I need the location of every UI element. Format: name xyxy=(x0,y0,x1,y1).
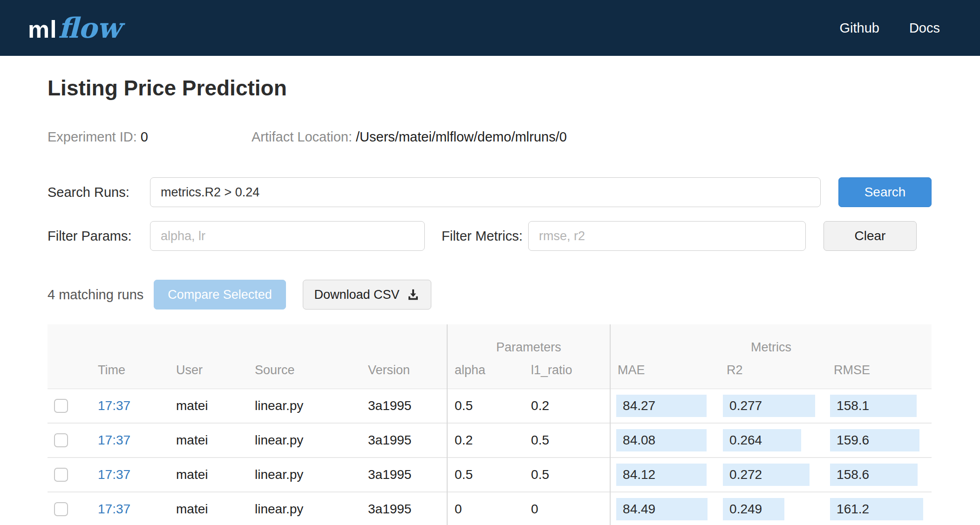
run-version: 3a1995 xyxy=(368,502,411,516)
experiment-content: Listing Price Prediction Experiment ID: … xyxy=(0,75,980,525)
filters-row: Filter Params: Filter Metrics: Clear xyxy=(48,221,932,251)
runs-table-body: 17:37mateilinear.py3a19950.50.284.270.27… xyxy=(48,389,932,525)
search-runs-label: Search Runs: xyxy=(48,185,150,200)
column-header-row: Time User Source Version alpha l1_ratio … xyxy=(48,358,932,389)
metric-r2-value: 0.272 xyxy=(723,464,810,486)
matching-runs-count: 4 matching runs xyxy=(48,287,154,303)
experiment-meta: Experiment ID: 0 Artifact Location: /Use… xyxy=(48,129,932,145)
metric-rmse-value: 159.6 xyxy=(830,429,919,451)
run-checkbox[interactable] xyxy=(54,433,68,447)
run-user: matei xyxy=(176,398,208,413)
artifact-location-label: Artifact Location: xyxy=(252,129,352,144)
column-header-l1-ratio: l1_ratio xyxy=(523,358,610,389)
metric-mae-value: 84.49 xyxy=(616,498,708,520)
column-header-mae: MAE xyxy=(610,358,717,389)
param-alpha-value: 0.5 xyxy=(455,467,473,482)
filter-metrics-label: Filter Metrics: xyxy=(425,229,528,244)
navbar-links: Github Docs xyxy=(839,20,940,36)
experiment-id-group: Experiment ID: 0 xyxy=(48,129,252,145)
param-l1-ratio-value: 0.2 xyxy=(531,398,549,413)
column-header-rmse: RMSE xyxy=(824,358,932,389)
param-l1-ratio-value: 0 xyxy=(531,502,538,516)
column-header-version: Version xyxy=(355,358,447,389)
run-source: linear.py xyxy=(255,502,303,516)
group-header-parameters: Parameters xyxy=(447,324,610,358)
run-source: linear.py xyxy=(255,433,303,447)
run-checkbox[interactable] xyxy=(54,502,68,516)
run-user: matei xyxy=(176,467,208,482)
run-checkbox[interactable] xyxy=(54,399,68,413)
runs-table-header: Parameters Metrics Time User Source Vers… xyxy=(48,324,932,389)
artifact-location-value: /Users/matei/mlflow/demo/mlruns/0 xyxy=(356,129,567,144)
metric-mae-value: 84.27 xyxy=(616,395,707,417)
run-time-link[interactable]: 17:37 xyxy=(98,398,130,413)
column-header-user: User xyxy=(169,358,252,389)
run-row: 17:37mateilinear.py3a19950.20.584.080.26… xyxy=(48,423,932,458)
clear-button[interactable]: Clear xyxy=(823,221,917,251)
column-header-source: Source xyxy=(252,358,355,389)
run-row: 17:37mateilinear.py3a19950.50.584.120.27… xyxy=(48,458,932,492)
mlflow-logo-flow: flow xyxy=(58,12,121,44)
mlflow-experiment-page: ml flow Github Docs Listing Price Predic… xyxy=(0,0,980,525)
run-version: 3a1995 xyxy=(368,433,411,447)
experiment-id-value: 0 xyxy=(141,129,148,144)
run-version: 3a1995 xyxy=(368,398,411,413)
run-time-link[interactable]: 17:37 xyxy=(98,433,130,447)
param-alpha-value: 0 xyxy=(455,502,462,516)
column-header-checkbox xyxy=(48,358,82,389)
group-header-metrics: Metrics xyxy=(610,324,932,358)
metric-rmse-value: 158.6 xyxy=(830,464,918,486)
param-alpha-value: 0.2 xyxy=(455,433,473,447)
run-row: 17:37mateilinear.py3a19950.50.284.270.27… xyxy=(48,389,932,423)
mlflow-logo-ml: ml xyxy=(28,15,57,43)
run-row: 17:37mateilinear.py3a19950084.490.249161… xyxy=(48,492,932,525)
run-version: 3a1995 xyxy=(368,467,411,482)
run-time-link[interactable]: 17:37 xyxy=(98,467,130,482)
artifact-location-group: Artifact Location: /Users/matei/mlflow/d… xyxy=(252,129,567,145)
search-button[interactable]: Search xyxy=(838,177,932,207)
download-csv-label: Download CSV xyxy=(314,288,399,302)
filter-metrics-input[interactable] xyxy=(528,221,806,251)
param-l1-ratio-value: 0.5 xyxy=(531,467,549,482)
run-source: linear.py xyxy=(255,467,303,482)
experiment-title: Listing Price Prediction xyxy=(48,75,932,101)
nav-link-github[interactable]: Github xyxy=(839,20,879,36)
metric-mae-value: 84.12 xyxy=(616,464,707,486)
metric-r2-value: 0.249 xyxy=(723,498,784,520)
param-l1-ratio-value: 0.5 xyxy=(531,433,549,447)
download-icon xyxy=(406,288,420,302)
column-header-r2: R2 xyxy=(717,358,824,389)
run-source: linear.py xyxy=(255,398,303,413)
nav-link-docs[interactable]: Docs xyxy=(909,20,940,36)
group-header-row: Parameters Metrics xyxy=(48,324,932,358)
search-runs-row: Search Runs: Search xyxy=(48,177,932,207)
metric-mae-value: 84.08 xyxy=(616,429,707,451)
run-actions-row: 4 matching runs Compare Selected Downloa… xyxy=(48,280,932,310)
metric-rmse-value: 158.1 xyxy=(830,395,917,417)
filter-params-input[interactable] xyxy=(150,221,425,251)
metric-rmse-value: 161.2 xyxy=(830,498,923,520)
mlflow-logo[interactable]: ml flow xyxy=(28,12,121,44)
param-alpha-value: 0.5 xyxy=(455,398,473,413)
column-header-alpha: alpha xyxy=(447,358,523,389)
run-time-link[interactable]: 17:37 xyxy=(98,502,130,516)
metric-r2-value: 0.277 xyxy=(723,395,815,417)
search-runs-input[interactable] xyxy=(150,177,821,207)
column-header-time: Time xyxy=(82,358,169,389)
group-header-spacer xyxy=(48,324,447,358)
runs-table: Parameters Metrics Time User Source Vers… xyxy=(48,324,932,525)
filter-params-label: Filter Params: xyxy=(48,229,150,244)
run-user: matei xyxy=(176,433,208,447)
run-user: matei xyxy=(176,502,208,516)
run-checkbox[interactable] xyxy=(54,468,68,482)
metric-r2-value: 0.264 xyxy=(723,429,801,451)
experiment-id-label: Experiment ID: xyxy=(48,129,137,144)
download-csv-button[interactable]: Download CSV xyxy=(303,280,431,310)
top-navbar: ml flow Github Docs xyxy=(0,0,980,56)
compare-selected-button[interactable]: Compare Selected xyxy=(154,280,286,310)
